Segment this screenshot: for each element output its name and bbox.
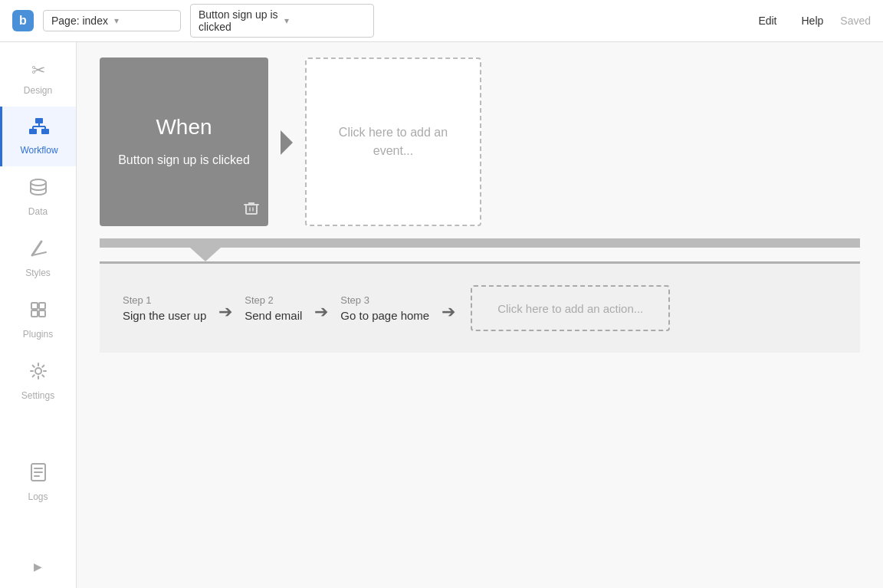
svg-rect-1 [29,129,37,134]
sidebar-item-label-settings: Settings [21,390,54,401]
edit-button[interactable]: Edit [750,11,784,31]
sidebar-expander[interactable]: ▶ [26,553,50,580]
when-desc: Button sign up is clicked [118,152,250,169]
svg-rect-0 [35,118,43,123]
sidebar-item-styles[interactable]: Styles [0,228,76,289]
design-icon: ✂ [31,61,45,80]
svg-rect-11 [39,310,45,317]
logs-icon [30,462,47,487]
step-1-name: Sign the user up [123,309,206,322]
svg-point-12 [35,368,41,374]
svg-rect-9 [39,303,45,309]
step-2-name: Send email [245,309,302,322]
down-triangle [190,248,221,261]
sidebar-item-label-data: Data [28,206,48,217]
steps-panel: Step 1 Sign the user up ➔ Step 2 Send em… [100,261,860,353]
sidebar-item-design[interactable]: ✂ Design [0,50,76,107]
app-logo: b [12,10,34,31]
content-area: When Button sign up is clicked [77,42,883,588]
sidebar-item-label-styles: Styles [25,268,51,278]
sidebar-item-label-logs: Logs [28,491,48,502]
step-arrow-2: ➔ [314,302,328,322]
trigger-row: When Button sign up is clicked [100,57,860,226]
step-1[interactable]: Step 1 Sign the user up [123,294,206,322]
step-2[interactable]: Step 2 Send email [245,294,302,322]
add-action-card[interactable]: Click here to add an action... [471,285,670,331]
workflow-select[interactable]: Button sign up is clicked ▾ [190,4,374,38]
when-card[interactable]: When Button sign up is clicked [100,57,268,226]
svg-rect-17 [246,205,257,214]
when-title: When [156,115,212,140]
add-action-text: Click here to add an action... [497,302,643,315]
step-3[interactable]: Step 3 Go to page home [340,294,429,322]
sidebar: ✂ Design Workflow [0,42,77,588]
sidebar-item-label-workflow: Workflow [20,145,57,156]
help-button[interactable]: Help [794,11,832,31]
topbar: b Page: index ▾ Button sign up is clicke… [0,0,883,42]
panel-separator-area [100,238,860,261]
svg-point-7 [31,179,46,186]
sidebar-item-plugins[interactable]: Plugins [0,289,76,350]
saved-status: Saved [840,15,871,27]
connector-arrow [281,130,293,155]
step-3-label: Step 3 [340,294,429,306]
sidebar-item-data[interactable]: Data [0,166,76,228]
workflow-icon [28,117,50,140]
svg-rect-8 [31,303,38,309]
add-event-card[interactable]: Click here to add an event... [305,57,481,226]
add-event-text: Click here to add an event... [307,108,480,176]
svg-rect-2 [41,129,49,134]
main-layout: ✂ Design Workflow [0,42,883,588]
step-3-name: Go to page home [340,309,429,322]
panel-separator [100,238,860,248]
page-select-chevron: ▾ [114,15,172,26]
settings-icon [28,361,48,386]
styles-icon [29,238,48,263]
sidebar-item-workflow[interactable]: Workflow [0,107,76,166]
workflow-select-chevron: ▾ [284,15,366,26]
step-1-label: Step 1 [123,294,206,306]
sidebar-item-label-design: Design [24,85,52,96]
step-2-label: Step 2 [245,294,302,306]
data-icon [28,177,48,202]
step-arrow-1: ➔ [218,302,232,322]
svg-rect-10 [31,310,38,317]
workflow-canvas: When Button sign up is clicked [77,42,883,588]
page-select[interactable]: Page: index ▾ [43,10,181,31]
step-arrow-3: ➔ [442,302,455,322]
sidebar-item-settings[interactable]: Settings [0,350,76,412]
delete-icon[interactable] [244,200,259,218]
plugins-icon [28,300,48,324]
sidebar-item-label-plugins: Plugins [23,329,53,340]
sidebar-item-logs[interactable]: Logs [0,452,76,513]
